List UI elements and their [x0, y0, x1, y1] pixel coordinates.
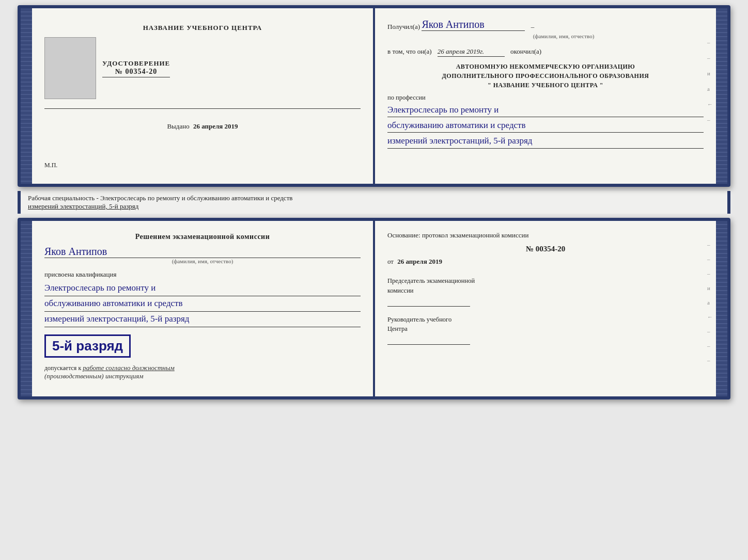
qualification-line3: измерений электростанций, 5-й разряд: [44, 312, 361, 327]
profession-label: по профессии: [387, 94, 704, 102]
left-texture-bottom: [21, 221, 32, 396]
fio-hint-bottom: (фамилия, имя, отчество): [44, 258, 361, 264]
right-texture-bottom: [716, 221, 727, 396]
basis-text: Основание: протокол экзаменационной коми…: [387, 231, 528, 239]
bottom-right-page: Основание: протокол экзаменационной коми…: [375, 221, 716, 396]
protocol-number: № 00354-20: [387, 245, 704, 253]
chairman-title: Председатель экзаменационной комиссии: [387, 276, 704, 296]
photo-placeholder: [44, 37, 96, 99]
bottom-recipient-name: Яков Антипов: [44, 246, 361, 258]
top-left-page: НАЗВАНИЕ УЧЕБНОГО ЦЕНТРА УДОСТОВЕРЕНИЕ №…: [32, 8, 373, 184]
director-line1: Руководитель учебного: [387, 316, 451, 323]
label-strip-text: Рабочая специальность - Электрослесарь п…: [28, 194, 292, 202]
separator-line-1: [44, 108, 361, 109]
chairman-signature-line: [387, 306, 470, 307]
qualification-line1: Электрослесарь по ремонту и: [44, 281, 361, 296]
commission-title-line1: Решением экзаменационной комиссии: [135, 233, 270, 241]
qualification-label: присвоена квалификация: [44, 270, 361, 279]
protocol-date-prefix: от: [387, 258, 394, 265]
chairman-line1: Председатель экзаменационной: [387, 277, 475, 284]
director-block: Руководитель учебного Центра: [387, 315, 704, 345]
bottom-left-page: Решением экзаменационной комиссии Яков А…: [32, 221, 373, 396]
label-strip-underline: измерений электростанций, 5-й разряд: [28, 202, 138, 210]
protocol-date-value: 26 апреля 2019: [397, 258, 442, 265]
director-line2: Центра: [387, 325, 408, 332]
issued-line: Выдано 26 апреля 2019: [167, 122, 238, 131]
director-signature-line: [387, 344, 470, 345]
label-strip: Рабочая специальность - Электрослесарь п…: [18, 191, 730, 214]
profession-line3: измерений электростанций, 5-й разряд: [387, 134, 704, 148]
bottom-recipient-block: Яков Антипов (фамилия, имя, отчество): [44, 246, 361, 264]
org-line1: АВТОНОМНУЮ НЕКОММЕРЧЕСКУЮ ОРГАНИЗАЦИЮ: [387, 62, 704, 71]
cert-number: № 00354-20: [102, 68, 170, 77]
commission-title: Решением экзаменационной комиссии: [44, 231, 361, 243]
allowed-line2: (производственным) инструкциям: [44, 372, 144, 380]
stamp-label: М.П.: [44, 162, 361, 169]
recipient-prefix: Получил(а): [387, 23, 420, 30]
recipient-name: Яков Антипов: [422, 19, 484, 30]
rank-badge: 5-й разряд: [44, 334, 131, 358]
protocol-date: от 26 апреля 2019: [387, 258, 704, 266]
cert-number-block: УДОСТОВЕРЕНИЕ № 00354-20: [102, 59, 170, 77]
right-texture-top: [716, 8, 727, 184]
training-center-title: НАЗВАНИЕ УЧЕБНОГО ЦЕНТРА: [143, 24, 262, 32]
recipient-line: Получил(а) Яков Антипов –: [387, 19, 704, 31]
certifies-prefix: в том, что он(а): [387, 47, 432, 55]
certifies-date: 26 апреля 2019г.: [438, 47, 505, 57]
director-title: Руководитель учебного Центра: [387, 315, 704, 334]
allowed-prefix: допускается к: [44, 364, 81, 372]
issued-label: Выдано: [167, 122, 189, 130]
org-block: АВТОНОМНУЮ НЕКОММЕРЧЕСКУЮ ОРГАНИЗАЦИЮ ДО…: [387, 62, 704, 90]
chairman-line2: комиссии: [387, 287, 414, 294]
qualification-line2: обслуживанию автоматики и средств: [44, 296, 361, 312]
right-side-marks-bottom: –––иа←–––: [707, 242, 713, 363]
cert-middle-section: УДОСТОВЕРЕНИЕ № 00354-20: [44, 37, 361, 99]
fio-hint-top: (фамилия, имя, отчество): [424, 33, 704, 39]
issued-date: 26 апреля 2019: [193, 122, 238, 130]
certifies-line: в том, что он(а) 26 апреля 2019г. окончи…: [387, 47, 704, 57]
right-side-marks-top: ––иа←–: [707, 39, 713, 123]
bottom-document-spread: Решением экзаменационной комиссии Яков А…: [18, 218, 730, 399]
allowed-block: допускается к работе согласно должностны…: [44, 364, 361, 380]
recipient-name-underline: Яков Антипов: [422, 19, 525, 31]
org-line2: ДОПОЛНИТЕЛЬНОГО ПРОФЕССИОНАЛЬНОГО ОБРАЗО…: [387, 71, 704, 81]
profession-line1: Электрослесарь по ремонту и: [387, 103, 704, 117]
org-line3: " НАЗВАНИЕ УЧЕБНОГО ЦЕНТРА ": [387, 81, 704, 90]
top-right-page: Получил(а) Яков Антипов – (фамилия, имя,…: [375, 8, 716, 184]
left-texture-top: [21, 8, 32, 184]
top-document-spread: НАЗВАНИЕ УЧЕБНОГО ЦЕНТРА УДОСТОВЕРЕНИЕ №…: [18, 5, 730, 187]
allowed-handwritten: работе согласно должностным: [83, 364, 175, 372]
profession-line2: обслуживанию автоматики и средств: [387, 118, 704, 133]
certifies-suffix: окончил(а): [510, 47, 541, 55]
rank-badge-block: 5-й разряд: [44, 330, 361, 362]
basis-label: Основание: протокол экзаменационной коми…: [387, 231, 704, 239]
cert-label: УДОСТОВЕРЕНИЕ: [102, 59, 170, 68]
chairman-block: Председатель экзаменационной комиссии: [387, 276, 704, 307]
